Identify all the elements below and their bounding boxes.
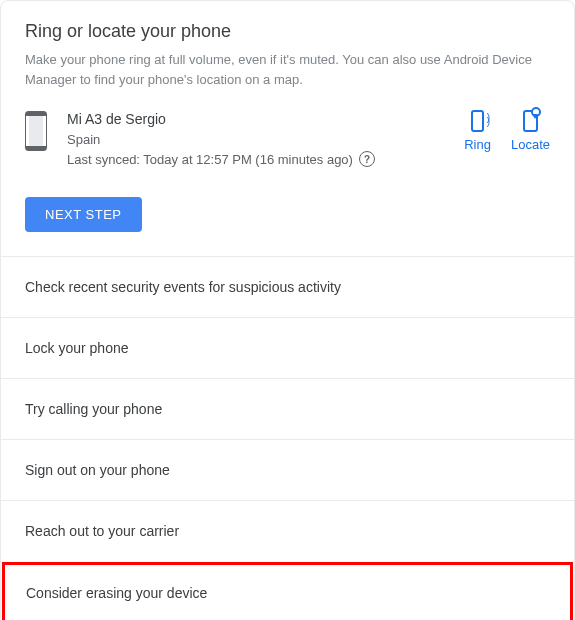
phone-icon <box>25 111 47 151</box>
list-item-call-phone[interactable]: Try calling your phone <box>1 378 574 439</box>
list-item-erase-device[interactable]: Consider erasing your device <box>2 562 573 620</box>
locate-icon <box>523 110 538 132</box>
device-location: Spain <box>67 130 452 150</box>
ring-locate-section: Ring or locate your phone Make your phon… <box>1 1 574 256</box>
sync-line: Last synced: Today at 12:57 PM (16 minut… <box>67 150 452 170</box>
next-step-button[interactable]: NEXT STEP <box>25 197 142 232</box>
locate-label: Locate <box>511 137 550 152</box>
help-icon[interactable]: ? <box>359 151 375 167</box>
device-actions: )) Ring Locate <box>464 109 550 152</box>
list-item-security-events[interactable]: Check recent security events for suspici… <box>1 256 574 317</box>
device-name: Mi A3 de Sergio <box>67 109 452 130</box>
list-item-lock-phone[interactable]: Lock your phone <box>1 317 574 378</box>
device-info: Mi A3 de Sergio Spain Last synced: Today… <box>67 109 452 169</box>
last-synced-text: Last synced: Today at 12:57 PM (16 minut… <box>67 150 353 170</box>
list-item-carrier[interactable]: Reach out to your carrier <box>1 500 574 561</box>
locate-button[interactable]: Locate <box>511 109 550 152</box>
security-card: Ring or locate your phone Make your phon… <box>0 0 575 620</box>
ring-icon: )) <box>471 110 484 132</box>
section-description: Make your phone ring at full volume, eve… <box>25 50 550 89</box>
ring-label: Ring <box>464 137 491 152</box>
ring-button[interactable]: )) Ring <box>464 109 491 152</box>
section-title: Ring or locate your phone <box>25 21 550 42</box>
device-row: Mi A3 de Sergio Spain Last synced: Today… <box>25 109 550 169</box>
list-item-sign-out[interactable]: Sign out on your phone <box>1 439 574 500</box>
